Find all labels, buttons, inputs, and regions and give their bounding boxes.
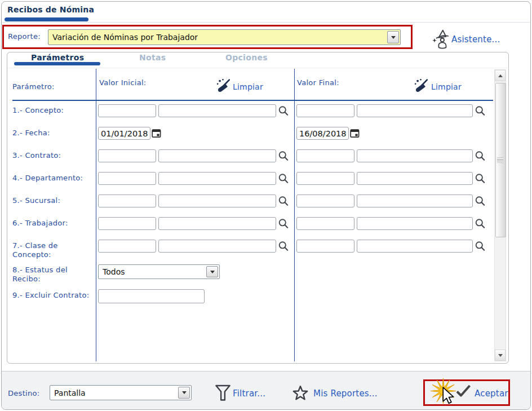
limpiar-final-link[interactable]: Limpiar (431, 82, 462, 91)
row-label-departamento: 4.- Departamento: (12, 174, 97, 183)
search-lookup-icon[interactable] (278, 241, 289, 252)
trabajador-initial-fields (98, 217, 289, 230)
title-underline (5, 17, 88, 21)
departamento-initial-desc-input[interactable] (158, 172, 276, 185)
scrollbar-grip (497, 158, 503, 163)
fecha-initial-field (98, 127, 161, 140)
report-combobox-value: Variación de Nóminas por Trabajador (52, 33, 198, 42)
vertical-scrollbar[interactable] (494, 69, 506, 361)
chevron-down-icon (182, 391, 187, 394)
departamento-final-code-input[interactable] (296, 172, 354, 185)
trabajador-initial-code-input[interactable] (98, 217, 156, 230)
contrato-final-fields (296, 149, 486, 162)
sucursal-initial-desc-input[interactable] (158, 195, 276, 207)
destino-combobox-value: Pantalla (54, 388, 86, 397)
clase-concepto-initial-fields (98, 240, 289, 253)
search-lookup-icon[interactable] (278, 173, 289, 184)
limpiar-initial-link[interactable]: Limpiar (233, 82, 263, 91)
report-label: Reporte: (8, 32, 41, 41)
row-label-trabajador: 6.- Trabajador: (12, 219, 97, 228)
row-label-estatus: 8.- Estatus del Recibo: (12, 266, 80, 284)
row-label-clase-concepto: 7.- Clase de Concepto: (12, 241, 80, 259)
trabajador-final-code-input[interactable] (296, 217, 354, 230)
column-separator-2 (294, 69, 295, 361)
departamento-initial-code-input[interactable] (98, 172, 156, 185)
scrollbar-thumb[interactable] (495, 83, 506, 237)
clase-concepto-final-code-input[interactable] (296, 240, 354, 253)
scroll-down-button[interactable] (495, 350, 506, 361)
concepto-initial-desc-input[interactable] (158, 104, 276, 117)
valor-inicial-header: Valor Inicial: (99, 78, 147, 87)
accept-check-icon[interactable] (455, 384, 471, 397)
tab-notas[interactable]: Notas (139, 53, 166, 62)
destino-dropdown-button[interactable] (178, 387, 190, 399)
sucursal-final-fields (296, 195, 486, 207)
scroll-up-button[interactable] (495, 70, 506, 81)
param-column-header: Parámetro: (12, 82, 55, 91)
concepto-initial-code-input[interactable] (98, 104, 156, 117)
my-reports-star-icon[interactable] (292, 385, 308, 401)
active-tab-underline (14, 62, 100, 65)
chevron-down-icon (210, 271, 215, 273)
destino-label: Destino: (8, 389, 39, 397)
trabajador-initial-desc-input[interactable] (158, 217, 276, 230)
search-lookup-icon[interactable] (475, 196, 486, 207)
tab-opciones[interactable]: Opciones (225, 53, 268, 62)
search-lookup-icon[interactable] (278, 196, 289, 207)
scroll-up-arrow-icon (498, 74, 503, 77)
assistant-wizard-icon[interactable] (431, 28, 451, 50)
search-lookup-icon[interactable] (475, 105, 486, 117)
concepto-final-desc-input[interactable] (357, 104, 473, 117)
recibos-de-nomina-window: Recibos de Nómina Reporte: Variación de … (0, 0, 532, 411)
calendar-icon[interactable] (350, 129, 360, 138)
search-lookup-icon[interactable] (475, 151, 486, 162)
estatus-dropdown-button[interactable] (206, 266, 218, 277)
row-label-excluir-contrato: 9.- Excluir Contrato: (12, 291, 97, 300)
destino-combobox[interactable]: Pantalla (50, 385, 192, 400)
sucursal-final-desc-input[interactable] (357, 195, 473, 207)
concepto-final-code-input[interactable] (296, 104, 354, 117)
search-lookup-icon[interactable] (278, 105, 289, 117)
sucursal-final-code-input[interactable] (296, 195, 354, 207)
clase-concepto-final-desc-input[interactable] (357, 240, 473, 253)
trabajador-final-desc-input[interactable] (357, 217, 473, 230)
chevron-down-icon (391, 36, 396, 39)
search-lookup-icon[interactable] (278, 218, 289, 229)
contrato-final-code-input[interactable] (296, 149, 354, 162)
assistant-link[interactable]: Asistente... (451, 34, 500, 45)
concepto-initial-fields (98, 104, 289, 117)
mouse-cursor (442, 387, 455, 404)
contrato-final-desc-input[interactable] (357, 149, 473, 162)
parameters-panel (7, 52, 509, 364)
estatus-combobox[interactable]: Todos (98, 264, 220, 279)
limpiar-broom-icon-final[interactable] (413, 78, 428, 93)
filter-funnel-icon[interactable] (215, 384, 231, 402)
search-lookup-icon[interactable] (475, 173, 486, 184)
excluir-contrato-input[interactable] (98, 289, 205, 303)
search-lookup-icon[interactable] (475, 241, 486, 252)
contrato-initial-code-input[interactable] (98, 149, 156, 162)
row-label-sucursal: 5.- Sucursal: (12, 196, 97, 205)
clase-concepto-final-fields (296, 240, 486, 253)
departamento-final-desc-input[interactable] (357, 172, 473, 185)
report-dropdown-button[interactable] (387, 31, 399, 43)
contrato-initial-fields (98, 149, 289, 162)
sucursal-initial-code-input[interactable] (98, 195, 156, 207)
header-underline (12, 100, 493, 101)
contrato-initial-desc-input[interactable] (158, 149, 276, 162)
search-lookup-icon[interactable] (475, 218, 486, 229)
row-label-contrato: 3.- Contrato: (12, 151, 97, 160)
mis-reportes-link[interactable]: Mis Reportes... (313, 388, 378, 399)
calendar-icon[interactable] (152, 129, 161, 138)
clase-concepto-initial-desc-input[interactable] (158, 240, 276, 253)
tabstrip-divider (7, 68, 507, 68)
search-lookup-icon[interactable] (278, 151, 289, 162)
limpiar-broom-icon-initial[interactable] (215, 78, 230, 93)
report-combobox[interactable]: Variación de Nóminas por Trabajador (48, 29, 401, 45)
clase-concepto-initial-code-input[interactable] (98, 240, 156, 253)
fecha-initial-input[interactable] (98, 127, 150, 140)
aceptar-button[interactable]: Aceptar (475, 388, 508, 399)
tab-parametros[interactable]: Parámetros (31, 53, 84, 62)
filtrar-link[interactable]: Filtrar... (233, 388, 265, 399)
fecha-final-input[interactable] (296, 127, 349, 140)
